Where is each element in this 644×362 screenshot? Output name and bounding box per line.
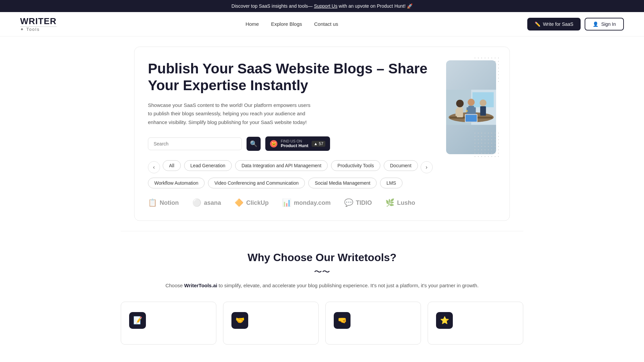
monday-label: monday.com xyxy=(294,199,331,206)
category-nav: ‹ All Lead Generation Data Integration a… xyxy=(148,160,433,174)
category-next-button[interactable]: › xyxy=(421,161,433,173)
section-divider xyxy=(121,231,523,231)
search-box xyxy=(148,137,242,150)
svg-rect-8 xyxy=(461,109,463,116)
lusho-icon: 🌿 xyxy=(385,198,394,207)
search-button[interactable]: 🔍 xyxy=(247,137,261,151)
svg-rect-10 xyxy=(468,106,474,115)
svg-point-17 xyxy=(466,110,468,112)
ph-count: ▲ 57 xyxy=(312,141,325,147)
why-description: Choose WriterTools.ai to simplify, eleva… xyxy=(20,283,624,288)
tidio-label: TIDIO xyxy=(356,199,372,206)
feature-icon-3: 🤜 xyxy=(334,312,351,329)
sign-in-button[interactable]: 👤 Sign In xyxy=(585,18,624,31)
monday-icon: 📊 xyxy=(282,198,291,207)
nav-contact[interactable]: Contact us xyxy=(314,21,338,27)
top-banner: Discover top SaaS insights and tools— Su… xyxy=(0,0,644,12)
nav-links: Home Explore Blogs Contact us xyxy=(246,21,338,27)
user-icon: 👤 xyxy=(593,21,598,27)
logo-writer: WRITER xyxy=(20,17,57,25)
logo-tidio: 💬 TIDIO xyxy=(344,198,372,207)
why-desc-start: Choose xyxy=(165,283,184,288)
hero-description: Showcase your SaaS content to the world!… xyxy=(148,101,316,127)
svg-rect-12 xyxy=(473,107,476,114)
hero-section: Publish Your SaaS Website Blogs – Share … xyxy=(134,47,510,221)
asana-label: asana xyxy=(204,199,221,206)
nav-explore-blogs[interactable]: Explore Blogs xyxy=(271,21,302,27)
navbar: WRITER ✦ Tools Home Explore Blogs Contac… xyxy=(0,12,644,37)
dots-decoration-bottom xyxy=(473,131,500,158)
clickup-icon: 🔶 xyxy=(234,198,244,207)
category-all[interactable]: All xyxy=(163,160,181,171)
feature-card-3: 🤜 xyxy=(325,302,421,345)
feature-icon-2: 🤝 xyxy=(231,312,248,329)
ph-icon: 🐱 xyxy=(270,140,277,147)
logo: WRITER ✦ Tools xyxy=(20,17,57,32)
category-lead-generation[interactable]: Lead Generation xyxy=(184,160,232,171)
why-section: Why Choose Our Writetools? 〜〜 Choose Wri… xyxy=(0,245,644,358)
signin-label: Sign In xyxy=(601,21,616,27)
banner-suffix: with an upvote on Product Hunt! 🚀 xyxy=(339,3,413,9)
logo-lusho: 🌿 Lusho xyxy=(385,198,415,207)
category-data-integration[interactable]: Data Integration and API Management xyxy=(235,160,328,171)
product-hunt-badge[interactable]: 🐱 FIND US ON Product Hunt ▲ 57 xyxy=(265,136,330,151)
why-desc-end: to simplify, elevate, and accelerate you… xyxy=(217,283,479,288)
category-video-conf[interactable]: Video Conferencing and Communication xyxy=(208,178,305,188)
category-workflow[interactable]: Workflow Automation xyxy=(148,178,205,188)
features-row: 📝 🤝 🤜 ⭐ xyxy=(121,302,523,345)
logos-row: 📋 Notion ⚪ asana 🔶 ClickUp 📊 monday.com … xyxy=(148,198,433,207)
ph-arrow: ▲ xyxy=(314,141,318,146)
feature-card-2: 🤝 xyxy=(223,302,319,345)
svg-point-5 xyxy=(456,100,463,107)
svg-point-9 xyxy=(468,99,475,106)
logo-notion: 📋 Notion xyxy=(148,198,179,207)
search-icon: 🔍 xyxy=(250,140,257,147)
svg-rect-7 xyxy=(455,109,458,116)
asana-icon: ⚪ xyxy=(192,198,201,207)
why-underline: 〜〜 xyxy=(20,266,624,277)
tidio-icon: 💬 xyxy=(344,198,353,207)
logo-monday: 📊 monday.com xyxy=(282,198,331,207)
notion-icon: 📋 xyxy=(148,198,157,207)
categories-row-2: Workflow Automation Video Conferencing a… xyxy=(148,178,433,188)
nav-actions: ✏️ Write for SaaS 👤 Sign In xyxy=(527,18,624,31)
hero-image-area xyxy=(446,60,496,154)
notion-label: Notion xyxy=(160,199,179,206)
write-label: Write for SaaS xyxy=(543,21,574,27)
hero-content: Publish Your SaaS Website Blogs – Share … xyxy=(148,60,433,207)
logo-clickup: 🔶 ClickUp xyxy=(234,198,269,207)
logo-asana: ⚪ asana xyxy=(192,198,221,207)
search-row: 🔍 🐱 FIND US ON Product Hunt ▲ 57 xyxy=(148,136,433,151)
ph-count-value: 57 xyxy=(319,141,323,146)
nav-home[interactable]: Home xyxy=(246,21,259,27)
category-prev-button[interactable]: ‹ xyxy=(148,161,160,173)
ph-name-text: Product Hunt xyxy=(281,143,308,148)
why-brand: WriterTools.ai xyxy=(184,283,217,288)
ph-find-text: FIND US ON xyxy=(281,139,308,143)
banner-text: Discover top SaaS insights and tools— xyxy=(231,3,313,9)
svg-rect-16 xyxy=(465,115,477,122)
svg-rect-14 xyxy=(480,106,486,116)
category-lms[interactable]: LMS xyxy=(380,178,402,188)
why-title: Why Choose Our Writetools? xyxy=(20,251,624,264)
hero-title: Publish Your SaaS Website Blogs – Share … xyxy=(148,60,433,94)
feature-icon-4: ⭐ xyxy=(436,312,453,329)
ph-text-block: FIND US ON Product Hunt xyxy=(281,139,308,148)
search-input[interactable] xyxy=(154,141,236,146)
feature-icon-1: 📝 xyxy=(129,312,146,329)
categories-row-1: All Lead Generation Data Integration and… xyxy=(163,160,418,171)
support-link[interactable]: Support Us xyxy=(314,3,337,9)
logo-tools: ✦ Tools xyxy=(20,27,57,32)
write-for-saas-button[interactable]: ✏️ Write for SaaS xyxy=(527,18,581,31)
category-productivity-tools[interactable]: Productivity Tools xyxy=(331,160,380,171)
category-social-media[interactable]: Social Media Management xyxy=(308,178,377,188)
feature-card-1: 📝 xyxy=(121,302,216,345)
svg-point-13 xyxy=(480,100,486,106)
category-document[interactable]: Document xyxy=(384,160,418,171)
lusho-label: Lusho xyxy=(397,199,415,206)
write-icon: ✏️ xyxy=(535,21,540,27)
feature-card-4: ⭐ xyxy=(428,302,523,345)
clickup-label: ClickUp xyxy=(246,199,269,206)
